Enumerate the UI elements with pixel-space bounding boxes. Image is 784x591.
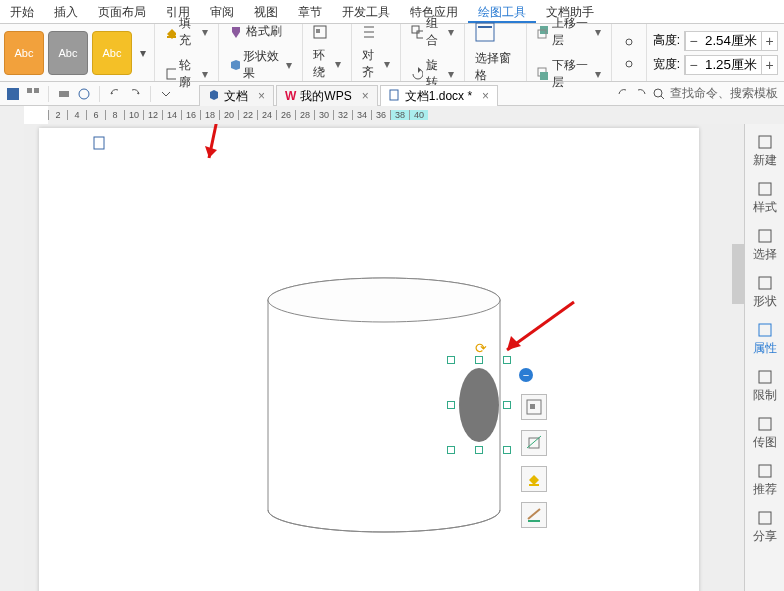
document-tabs: 文档×W我的WPS×文档1.docx *× bbox=[199, 83, 610, 104]
svg-rect-26 bbox=[528, 520, 540, 522]
float-crop-button[interactable] bbox=[521, 430, 547, 456]
tab-视图[interactable]: 视图 bbox=[244, 0, 288, 23]
resize-handle-nw[interactable] bbox=[447, 356, 455, 364]
resize-handle-n[interactable] bbox=[475, 356, 483, 364]
svg-rect-35 bbox=[759, 512, 771, 524]
upload-icon bbox=[757, 416, 773, 432]
tab-插入[interactable]: 插入 bbox=[44, 0, 88, 23]
svg-rect-19 bbox=[94, 137, 104, 149]
bring-forward-button[interactable]: 上移一层▾ bbox=[533, 13, 605, 51]
side-upload[interactable]: 传图 bbox=[753, 412, 777, 455]
attr-icon bbox=[757, 322, 773, 338]
grid-icon[interactable] bbox=[26, 87, 40, 101]
group-icon bbox=[411, 25, 422, 39]
close-icon[interactable]: × bbox=[258, 89, 265, 103]
width-label: 宽度: bbox=[653, 56, 680, 73]
float-wrap-button[interactable] bbox=[521, 394, 547, 420]
vertical-ruler[interactable] bbox=[0, 124, 24, 591]
shape-effect-button[interactable]: 形状效果▾ bbox=[225, 46, 297, 84]
scrollbar-thumb[interactable] bbox=[732, 244, 744, 304]
ribbon: Abc Abc Abc ▾ 填充▾ 轮廓▾ 格式刷 形状效果▾ 环绕▾ bbox=[0, 24, 784, 82]
select-pane-button[interactable] bbox=[471, 20, 520, 44]
rotate-handle[interactable]: ⟳ bbox=[475, 340, 487, 356]
align-button[interactable] bbox=[358, 23, 394, 41]
height-label: 高度: bbox=[653, 32, 680, 49]
dropdown-icon[interactable] bbox=[159, 87, 173, 101]
side-new[interactable]: 新建 bbox=[753, 130, 777, 173]
side-star[interactable]: 推荐 bbox=[753, 459, 777, 502]
doc-tab-文档[interactable]: 文档× bbox=[199, 85, 274, 106]
svg-rect-30 bbox=[759, 277, 771, 289]
group-button[interactable]: 组合▾ bbox=[407, 13, 458, 51]
svg-rect-6 bbox=[476, 23, 494, 41]
svg-rect-7 bbox=[478, 26, 492, 28]
lock-button[interactable] bbox=[618, 33, 640, 51]
doc-tab-文档1.docx *[interactable]: 文档1.docx *× bbox=[380, 85, 498, 106]
width-increase[interactable]: + bbox=[761, 56, 777, 74]
redo-icon[interactable] bbox=[128, 87, 142, 101]
tab-开始[interactable]: 开始 bbox=[0, 0, 44, 23]
doc-tab-我的WPS[interactable]: W我的WPS× bbox=[276, 85, 378, 106]
preview-icon[interactable] bbox=[77, 87, 91, 101]
fill-button[interactable]: 填充▾ bbox=[161, 13, 212, 51]
format-painter-button[interactable]: 格式刷 bbox=[225, 21, 297, 42]
svg-rect-14 bbox=[34, 88, 39, 93]
tab-章节[interactable]: 章节 bbox=[288, 0, 332, 23]
resize-handle-se[interactable] bbox=[503, 446, 511, 454]
workspace: ⟳ − bbox=[0, 124, 784, 591]
side-attr[interactable]: 属性 bbox=[753, 318, 777, 361]
height-input[interactable] bbox=[701, 32, 761, 50]
horizontal-ruler[interactable]: 246810121416182022242628303234363840 bbox=[48, 106, 784, 124]
undo2-icon[interactable] bbox=[616, 87, 630, 101]
side-limit[interactable]: 限制 bbox=[753, 365, 777, 408]
lock-button2[interactable] bbox=[618, 55, 640, 73]
search-placeholder[interactable]: 查找命令、搜索模板 bbox=[670, 85, 778, 102]
style-gallery-dropdown[interactable]: ▾ bbox=[136, 46, 150, 60]
new-icon bbox=[757, 134, 773, 150]
side-style[interactable]: 样式 bbox=[753, 177, 777, 220]
close-icon[interactable]: × bbox=[482, 89, 489, 103]
resize-handle-sw[interactable] bbox=[447, 446, 455, 454]
resize-handle-w[interactable] bbox=[447, 401, 455, 409]
annotation-arrow-1 bbox=[199, 124, 239, 168]
tab-开发工具[interactable]: 开发工具 bbox=[332, 0, 400, 23]
selected-ellipse-shape[interactable]: ⟳ − bbox=[449, 358, 509, 452]
wrap-label[interactable]: 环绕▾ bbox=[309, 45, 345, 83]
height-increase[interactable]: + bbox=[761, 32, 777, 50]
style-swatch-2[interactable]: Abc bbox=[48, 31, 88, 75]
svg-rect-15 bbox=[59, 91, 69, 97]
resize-handle-ne[interactable] bbox=[503, 356, 511, 364]
close-icon[interactable]: × bbox=[362, 89, 369, 103]
page[interactable]: ⟳ − bbox=[39, 128, 699, 591]
shape-style-gallery: Abc Abc Abc ▾ bbox=[0, 24, 155, 81]
wrap-button[interactable] bbox=[309, 23, 345, 41]
search-icon[interactable] bbox=[652, 87, 666, 101]
side-panel: 新建样式选择形状属性限制传图推荐分享 bbox=[744, 124, 784, 591]
select-pane-label[interactable]: 选择窗格 bbox=[471, 48, 520, 86]
height-decrease[interactable]: − bbox=[685, 32, 701, 50]
align-label[interactable]: 对齐▾ bbox=[358, 45, 394, 83]
width-input[interactable] bbox=[701, 56, 761, 74]
style-swatch-3[interactable]: Abc bbox=[92, 31, 132, 75]
float-effect-button[interactable] bbox=[521, 502, 547, 528]
float-fill-button[interactable] bbox=[521, 466, 547, 492]
width-decrease[interactable]: − bbox=[685, 56, 701, 74]
undo-icon[interactable] bbox=[108, 87, 122, 101]
resize-handle-s[interactable] bbox=[475, 446, 483, 454]
doc-tab-icon bbox=[389, 89, 401, 104]
canvas[interactable]: ⟳ − bbox=[24, 124, 744, 591]
remove-icon[interactable]: − bbox=[519, 368, 533, 382]
vertical-scrollbar[interactable] bbox=[732, 244, 744, 591]
save-icon[interactable] bbox=[6, 87, 20, 101]
link-icon bbox=[622, 35, 636, 49]
side-select[interactable]: 选择 bbox=[753, 224, 777, 267]
tab-页面布局[interactable]: 页面布局 bbox=[88, 0, 156, 23]
print-icon[interactable] bbox=[57, 87, 71, 101]
redo2-icon[interactable] bbox=[634, 87, 648, 101]
side-shape[interactable]: 形状 bbox=[753, 271, 777, 314]
style-swatch-1[interactable]: Abc bbox=[4, 31, 44, 75]
share-icon bbox=[757, 510, 773, 526]
side-share[interactable]: 分享 bbox=[753, 506, 777, 549]
resize-handle-e[interactable] bbox=[503, 401, 511, 409]
ellipse-fill bbox=[459, 368, 499, 442]
